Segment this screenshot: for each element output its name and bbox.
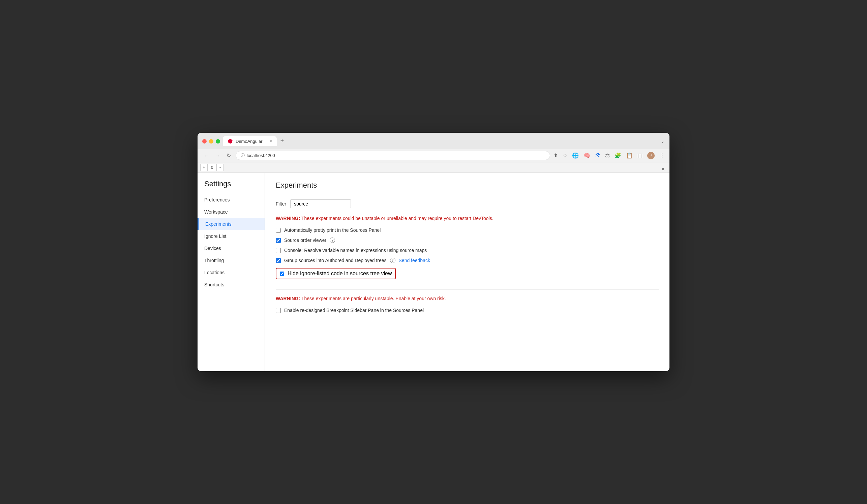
sidebar-item-locations[interactable]: Locations	[197, 266, 265, 278]
checkbox-breakpoint-sidebar-label: Enable re-designed Breakpoint Sidebar Pa…	[284, 308, 424, 313]
checkbox-row-4: Group sources into Authored and Deployed…	[276, 258, 659, 263]
menu-icon[interactable]: ⋮	[659, 152, 665, 159]
checkbox-pretty-print-label: Automatically pretty print in the Source…	[284, 227, 381, 233]
earth-icon[interactable]: 🌐	[572, 152, 579, 159]
checkbox-source-order-label: Source order viewer	[284, 238, 326, 243]
sidebar-item-shortcuts[interactable]: Shortcuts	[197, 278, 265, 291]
zoom-value-btn[interactable]: 0	[208, 164, 216, 171]
traffic-lights	[202, 139, 220, 143]
sidebar-item-throttling[interactable]: Throttling	[197, 254, 265, 266]
checkbox-hide-ignore[interactable]	[280, 272, 284, 276]
sidebar-item-ignore-list[interactable]: Ignore List	[197, 230, 265, 242]
extensions-icon[interactable]: 🧠	[584, 152, 590, 159]
highlighted-checkbox-row: Hide ignore-listed code in sources tree …	[276, 268, 396, 279]
share-icon[interactable]: ⬆	[554, 152, 558, 159]
checkbox-console-resolve[interactable]	[276, 248, 281, 253]
browser-window: DemoAngular × + ⌄ ← → ↻ ⓘ localhost:4200…	[197, 133, 670, 371]
checkbox-group-sources[interactable]	[276, 258, 281, 263]
forward-btn[interactable]: →	[214, 151, 222, 160]
new-tab-btn[interactable]: +	[277, 136, 287, 145]
browser-actions: ⬆ ☆ 🌐 🧠 🛠 ⚖ 🧩 📋 ◫ P ⋮	[554, 152, 665, 160]
divider	[276, 289, 659, 290]
sidebar-item-workspace[interactable]: Workspace	[197, 206, 265, 218]
filter-row: Filter	[276, 199, 659, 208]
tab-title: DemoAngular	[236, 139, 263, 144]
zoom-minus-btn[interactable]: -	[216, 164, 224, 171]
main-content: Experiments Filter WARNING: These experi…	[265, 173, 670, 371]
warning-text-1: WARNING: These experiments could be unst…	[276, 215, 659, 222]
checkbox-pretty-print[interactable]	[276, 228, 281, 233]
checkbox-row-3: Console: Resolve variable names in expre…	[276, 248, 659, 253]
checkbox-group-sources-label: Group sources into Authored and Deployed…	[284, 258, 387, 263]
warning-text-2: WARNING: These experiments are particula…	[276, 295, 659, 302]
devtools-body: Settings Preferences Workspace Experimen…	[197, 173, 670, 371]
devtools-panel: + 0 - × Settings Preferences Workspace E…	[197, 162, 670, 371]
settings-sidebar: Settings Preferences Workspace Experimen…	[197, 173, 265, 371]
svg-marker-0	[228, 139, 232, 143]
devtools-mini-toolbar: + 0 -	[197, 162, 670, 173]
tabs-row: DemoAngular × +	[223, 136, 658, 146]
checkbox-row-6: Enable re-designed Breakpoint Sidebar Pa…	[276, 308, 659, 313]
sidebar-icon[interactable]: ◫	[638, 152, 642, 159]
sidebar-title: Settings	[197, 179, 265, 194]
bookmark-icon[interactable]: ☆	[563, 152, 567, 159]
checkbox-breakpoint-sidebar[interactable]	[276, 308, 281, 313]
address-bar: ← → ↻ ⓘ localhost:4200 ⬆ ☆ 🌐 🧠 🛠 ⚖ 🧩 📋 ◫…	[197, 149, 670, 162]
back-btn[interactable]: ←	[202, 151, 210, 160]
checkbox-hide-ignore-label: Hide ignore-listed code in sources tree …	[288, 271, 392, 277]
active-tab[interactable]: DemoAngular ×	[223, 136, 277, 146]
checkbox-row-2: Source order viewer ?	[276, 238, 659, 243]
sidebar-item-experiments[interactable]: Experiments	[197, 218, 265, 230]
url-text: localhost:4200	[247, 153, 275, 158]
page-title: Experiments	[276, 181, 659, 194]
flask-icon[interactable]: ⚖	[605, 152, 610, 159]
tab-close-btn[interactable]: ×	[270, 139, 272, 143]
url-bar[interactable]: ⓘ localhost:4200	[236, 151, 550, 160]
close-traffic-light[interactable]	[202, 139, 207, 143]
filter-label: Filter	[276, 201, 286, 207]
maximize-traffic-light[interactable]	[216, 139, 220, 143]
help-icon-2[interactable]: ?	[390, 258, 395, 263]
checkbox-console-resolve-label: Console: Resolve variable names in expre…	[284, 248, 427, 253]
devtools-close-btn[interactable]: ×	[661, 166, 665, 173]
checkbox-row-1: Automatically pretty print in the Source…	[276, 227, 659, 233]
sidebar-item-devices[interactable]: Devices	[197, 242, 265, 254]
help-icon-1[interactable]: ?	[330, 238, 335, 243]
reload-btn[interactable]: ↻	[225, 151, 232, 160]
checkbox-source-order[interactable]	[276, 238, 281, 243]
filter-input[interactable]	[290, 199, 351, 208]
lab-icon[interactable]: 📋	[626, 152, 633, 159]
minimize-traffic-light[interactable]	[209, 139, 213, 143]
zoom-plus-btn[interactable]: +	[200, 164, 208, 171]
profile-icon[interactable]: P	[647, 152, 655, 160]
angular-icon	[227, 139, 233, 144]
title-bar: DemoAngular × + ⌄	[197, 133, 670, 149]
devtools-icon[interactable]: 🛠	[595, 153, 600, 159]
sidebar-item-preferences[interactable]: Preferences	[197, 194, 265, 206]
info-icon: ⓘ	[241, 153, 245, 158]
window-chevron: ⌄	[661, 139, 665, 144]
send-feedback-link[interactable]: Send feedback	[399, 258, 430, 263]
puzzle-icon[interactable]: 🧩	[614, 152, 621, 159]
